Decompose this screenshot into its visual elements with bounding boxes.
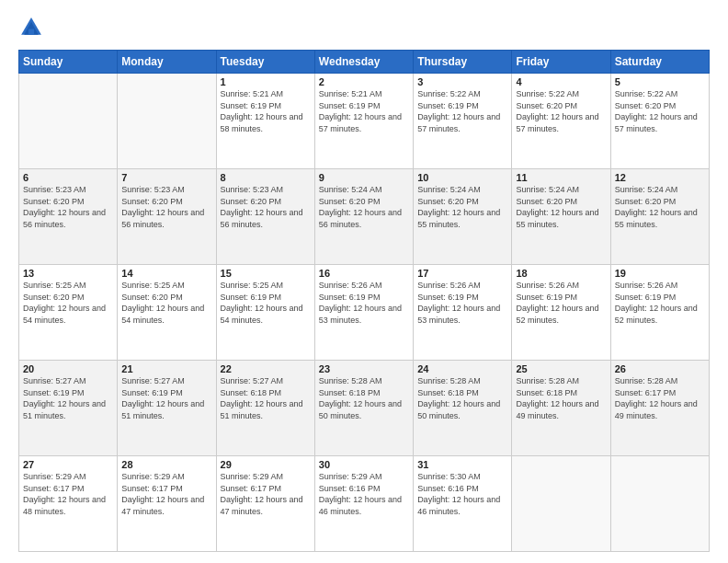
calendar-cell [610,456,709,552]
day-number: 11 [516,172,606,183]
day-info: Sunrise: 5:27 AMSunset: 6:18 PMDaylight:… [221,375,311,421]
week-row-5: 27Sunrise: 5:29 AMSunset: 6:17 PMDayligh… [19,456,710,552]
day-info: Sunrise: 5:23 AMSunset: 6:20 PMDaylight:… [221,184,311,230]
day-number: 4 [516,76,606,87]
weekday-header-row: SundayMondayTuesdayWednesdayThursdayFrid… [19,51,710,74]
calendar-cell: 3Sunrise: 5:22 AMSunset: 6:19 PMDaylight… [414,74,512,169]
calendar-cell: 25Sunrise: 5:28 AMSunset: 6:18 PMDayligh… [512,361,610,456]
day-number: 17 [417,268,507,279]
day-info: Sunrise: 5:28 AMSunset: 6:18 PMDaylight:… [319,375,409,421]
day-info: Sunrise: 5:23 AMSunset: 6:20 PMDaylight:… [121,184,211,230]
calendar-cell: 8Sunrise: 5:23 AMSunset: 6:20 PMDaylight… [216,169,314,265]
calendar-cell: 13Sunrise: 5:25 AMSunset: 6:20 PMDayligh… [19,265,118,361]
day-number: 20 [23,363,113,374]
calendar-cell: 22Sunrise: 5:27 AMSunset: 6:18 PMDayligh… [216,361,314,456]
calendar-cell: 24Sunrise: 5:28 AMSunset: 6:18 PMDayligh… [414,361,512,456]
calendar-cell: 28Sunrise: 5:29 AMSunset: 6:17 PMDayligh… [118,456,216,552]
day-info: Sunrise: 5:29 AMSunset: 6:17 PMDaylight:… [221,471,311,517]
page: SundayMondayTuesdayWednesdayThursdayFrid… [0,0,728,563]
day-info: Sunrise: 5:21 AMSunset: 6:19 PMDaylight:… [221,88,311,134]
weekday-header-saturday: Saturday [610,51,709,74]
calendar-cell: 9Sunrise: 5:24 AMSunset: 6:20 PMDaylight… [314,169,413,265]
day-number: 12 [615,172,705,183]
calendar-cell: 5Sunrise: 5:22 AMSunset: 6:20 PMDaylight… [610,74,709,169]
day-info: Sunrise: 5:28 AMSunset: 6:17 PMDaylight:… [615,375,705,421]
day-info: Sunrise: 5:29 AMSunset: 6:17 PMDaylight:… [23,471,113,517]
week-row-3: 13Sunrise: 5:25 AMSunset: 6:20 PMDayligh… [19,265,710,361]
calendar-cell: 30Sunrise: 5:29 AMSunset: 6:16 PMDayligh… [314,456,413,552]
day-info: Sunrise: 5:25 AMSunset: 6:20 PMDaylight:… [23,280,113,326]
day-number: 24 [417,363,507,374]
day-number: 23 [319,363,409,374]
calendar-cell: 26Sunrise: 5:28 AMSunset: 6:17 PMDayligh… [610,361,709,456]
day-info: Sunrise: 5:24 AMSunset: 6:20 PMDaylight:… [516,184,606,230]
day-number: 30 [319,459,409,470]
day-number: 2 [319,76,409,87]
day-number: 25 [516,363,606,374]
day-number: 6 [23,172,113,183]
weekday-header-tuesday: Tuesday [216,51,314,74]
calendar-cell: 21Sunrise: 5:27 AMSunset: 6:19 PMDayligh… [118,361,216,456]
calendar-cell: 20Sunrise: 5:27 AMSunset: 6:19 PMDayligh… [19,361,118,456]
logo-icon [18,15,44,40]
day-number: 13 [23,268,113,279]
calendar-cell [512,456,610,552]
day-info: Sunrise: 5:21 AMSunset: 6:19 PMDaylight:… [319,88,409,134]
calendar-cell: 23Sunrise: 5:28 AMSunset: 6:18 PMDayligh… [314,361,413,456]
calendar-cell: 31Sunrise: 5:30 AMSunset: 6:16 PMDayligh… [414,456,512,552]
calendar-cell: 27Sunrise: 5:29 AMSunset: 6:17 PMDayligh… [19,456,118,552]
weekday-header-wednesday: Wednesday [314,51,413,74]
day-info: Sunrise: 5:29 AMSunset: 6:17 PMDaylight:… [121,471,211,517]
day-info: Sunrise: 5:27 AMSunset: 6:19 PMDaylight:… [121,375,211,421]
week-row-1: 1Sunrise: 5:21 AMSunset: 6:19 PMDaylight… [19,74,710,169]
logo [18,15,48,40]
weekday-header-sunday: Sunday [19,51,118,74]
day-info: Sunrise: 5:22 AMSunset: 6:20 PMDaylight:… [516,88,606,134]
day-info: Sunrise: 5:25 AMSunset: 6:19 PMDaylight:… [221,280,311,326]
day-number: 31 [417,459,507,470]
day-number: 8 [221,172,311,183]
day-number: 5 [615,76,705,87]
svg-rect-2 [28,29,34,35]
day-number: 14 [121,268,211,279]
header [18,15,710,40]
calendar-cell: 1Sunrise: 5:21 AMSunset: 6:19 PMDaylight… [216,74,314,169]
day-number: 27 [23,459,113,470]
day-info: Sunrise: 5:24 AMSunset: 6:20 PMDaylight:… [319,184,409,230]
day-info: Sunrise: 5:26 AMSunset: 6:19 PMDaylight:… [516,280,606,326]
calendar-cell: 14Sunrise: 5:25 AMSunset: 6:20 PMDayligh… [118,265,216,361]
week-row-2: 6Sunrise: 5:23 AMSunset: 6:20 PMDaylight… [19,169,710,265]
day-number: 26 [615,363,705,374]
day-number: 1 [221,76,311,87]
calendar-cell: 18Sunrise: 5:26 AMSunset: 6:19 PMDayligh… [512,265,610,361]
weekday-header-thursday: Thursday [414,51,512,74]
day-number: 21 [121,363,211,374]
calendar-cell: 19Sunrise: 5:26 AMSunset: 6:19 PMDayligh… [610,265,709,361]
weekday-header-friday: Friday [512,51,610,74]
day-info: Sunrise: 5:29 AMSunset: 6:16 PMDaylight:… [319,471,409,517]
calendar-cell [19,74,118,169]
calendar-cell: 10Sunrise: 5:24 AMSunset: 6:20 PMDayligh… [414,169,512,265]
calendar-cell: 4Sunrise: 5:22 AMSunset: 6:20 PMDaylight… [512,74,610,169]
day-info: Sunrise: 5:26 AMSunset: 6:19 PMDaylight:… [615,280,705,326]
day-number: 22 [221,363,311,374]
week-row-4: 20Sunrise: 5:27 AMSunset: 6:19 PMDayligh… [19,361,710,456]
calendar-cell: 12Sunrise: 5:24 AMSunset: 6:20 PMDayligh… [610,169,709,265]
calendar-cell: 7Sunrise: 5:23 AMSunset: 6:20 PMDaylight… [118,169,216,265]
day-info: Sunrise: 5:22 AMSunset: 6:20 PMDaylight:… [615,88,705,134]
calendar-cell: 16Sunrise: 5:26 AMSunset: 6:19 PMDayligh… [314,265,413,361]
calendar: SundayMondayTuesdayWednesdayThursdayFrid… [18,50,710,552]
weekday-header-monday: Monday [118,51,216,74]
day-number: 10 [417,172,507,183]
calendar-cell: 11Sunrise: 5:24 AMSunset: 6:20 PMDayligh… [512,169,610,265]
day-number: 3 [417,76,507,87]
day-number: 9 [319,172,409,183]
day-number: 7 [121,172,211,183]
day-info: Sunrise: 5:24 AMSunset: 6:20 PMDaylight:… [417,184,507,230]
day-number: 16 [319,268,409,279]
day-number: 18 [516,268,606,279]
day-info: Sunrise: 5:25 AMSunset: 6:20 PMDaylight:… [121,280,211,326]
day-info: Sunrise: 5:26 AMSunset: 6:19 PMDaylight:… [417,280,507,326]
day-info: Sunrise: 5:22 AMSunset: 6:19 PMDaylight:… [417,88,507,134]
day-number: 15 [221,268,311,279]
